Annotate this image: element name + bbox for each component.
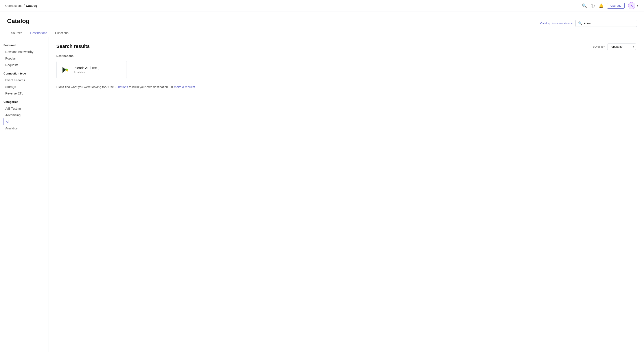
not-found-text: Didn't find what you were looking for? U… [56,85,636,89]
destinations-section-label: Destinations [56,54,636,58]
header-right: Catalog documentation ↗ 🔍 [540,20,637,27]
beta-badge: Beta [90,66,99,70]
main-content: Search results SORT BY Popularity Name R… [48,37,644,352]
search-icon[interactable]: 🔍 [582,3,587,8]
sidebar-item-reverse-etl[interactable]: Reverse ETL [4,90,45,97]
avatar[interactable]: K [628,2,635,9]
not-found-prefix: Didn't find what you were looking for? U… [56,85,115,89]
search-icon-small: 🔍 [578,21,582,25]
sidebar-item-new-noteworthy[interactable]: New and noteworthy [4,49,45,55]
not-found-suffix: . [196,85,197,89]
sidebar-item-storage[interactable]: Storage [4,83,45,90]
breadcrumb-current: Catalog [26,4,37,7]
sidebar-featured-title: Featured [4,43,45,47]
tab-sources[interactable]: Sources [7,29,26,37]
topnav-right: 🔍 ⓘ 🔔 Upgrade K ▼ [582,2,639,9]
page-header: Catalog Catalog documentation ↗ 🔍 Source… [0,11,644,37]
breadcrumb: Connections / Catalog [5,4,37,7]
tab-functions[interactable]: Functions [51,29,72,37]
upgrade-button[interactable]: Upgrade [607,3,625,8]
sidebar-item-requests[interactable]: Requests [4,62,45,68]
sidebar-item-all[interactable]: All [4,118,45,125]
card-name: Inleads AI [74,66,88,70]
sidebar-categories-title: Categories [4,100,45,104]
sort-by-label: SORT BY [592,45,605,48]
breadcrumb-separator: / [24,4,25,7]
sidebar-item-popular[interactable]: Popular [4,55,45,62]
sidebar-item-advertising[interactable]: Advertising [4,112,45,118]
notification-icon[interactable]: 🔔 [599,3,604,8]
sort-select-wrapper: Popularity Name Recently added [607,43,636,50]
card-category: Analytics [74,71,122,74]
search-results-title: Search results [56,43,90,49]
search-box: 🔍 [575,20,637,27]
sidebar-item-ab-testing[interactable]: A/B Testing [4,105,45,112]
breadcrumb-parent[interactable]: Connections [5,4,22,7]
make-request-link[interactable]: make a request [174,85,195,89]
avatar-chevron-icon[interactable]: ▼ [636,4,639,7]
svg-marker-0 [62,67,66,73]
catalog-doc-link[interactable]: Catalog documentation ↗ [540,22,573,25]
page-title: Catalog [7,17,30,25]
functions-link[interactable]: Functions [115,85,128,89]
tabs: Sources Destinations Functions [7,29,637,37]
help-icon[interactable]: ⓘ [590,3,595,8]
sidebar-item-event-streams[interactable]: Event streams [4,77,45,83]
topnav: Connections / Catalog 🔍 ⓘ 🔔 Upgrade K ▼ [0,0,644,11]
sort-select[interactable]: Popularity Name Recently added [607,43,636,50]
sidebar-connection-type-title: Connection type [4,72,45,75]
external-link-icon: ↗ [570,22,573,25]
search-input[interactable] [584,21,634,25]
sort-by-row: SORT BY Popularity Name Recently added [592,43,636,50]
main-layout: Featured New and noteworthy Popular Requ… [0,37,644,352]
card-info-inleads: Inleads AI Beta Analytics [74,66,122,74]
inleads-ai-logo-icon [62,66,70,74]
tab-destinations[interactable]: Destinations [26,29,51,37]
card-logo-inleads [61,65,70,74]
sidebar-item-analytics[interactable]: Analytics [4,125,45,132]
content-header: Search results SORT BY Popularity Name R… [56,43,636,50]
destination-card-inleads[interactable]: Inleads AI Beta Analytics [56,61,127,79]
not-found-middle: to build your own destination. Or [129,85,174,89]
sidebar: Featured New and noteworthy Popular Requ… [0,37,48,352]
card-name-row: Inleads AI Beta [74,66,122,70]
